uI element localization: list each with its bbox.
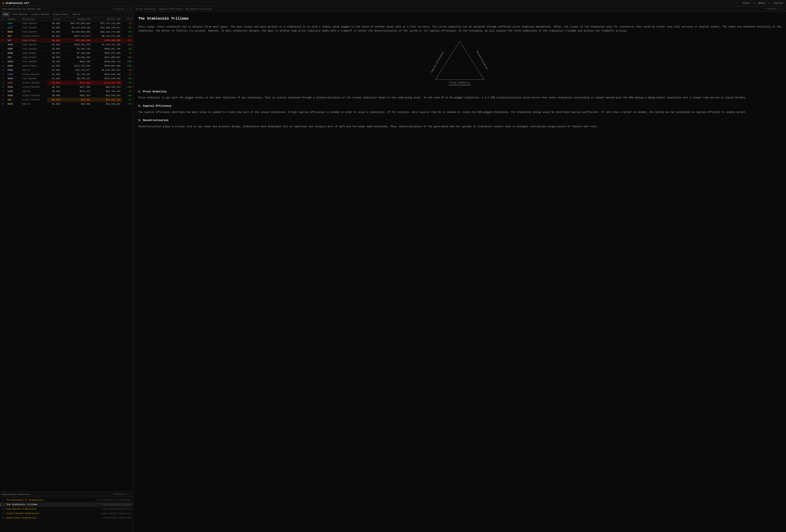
- svg-text:Capital Efficiency: Capital Efficiency: [430, 51, 444, 73]
- cell-price: $0.976: [47, 51, 62, 55]
- article-options-button[interactable]: ≡ Options: [765, 8, 777, 10]
- cell-mechanism: Fiat-backed: [20, 21, 47, 26]
- cell-symbol: OUSD: [6, 94, 20, 98]
- table-row[interactable]: 20 MUSD Hybrid $1.000 $65,558 $48,506,86…: [0, 102, 133, 106]
- cell-symbol: USDN: [6, 51, 20, 55]
- table-row[interactable]: 8 USDN Algorithmic $0.976 $7,639,928 $84…: [0, 51, 133, 55]
- edu-item-num: 2.: [2, 503, 5, 506]
- table-row[interactable]: 9 FEI Algorithmic $0.995 $3,066,048 $541…: [0, 55, 133, 59]
- cell-symbol: USDX: [6, 81, 20, 85]
- filter-fiat-backed[interactable]: Fiat-backed: [10, 13, 29, 16]
- cell-mechanism: Crypto-backed: [20, 34, 47, 39]
- edu-item-title: The Stablecoin Trillema: [6, 503, 37, 506]
- edu-item-num: 1.: [2, 499, 5, 501]
- cell-symbol: USDP: [6, 47, 20, 51]
- top-navigation: ◆ stablecoins.wtf Start ◆ About ◆ Twitte…: [0, 0, 786, 6]
- table-row[interactable]: 18 OUSD Crypto-backed $0.998 $362,467 $6…: [0, 94, 133, 98]
- cell-marketcap: $725,364,518: [92, 39, 122, 43]
- section1-title: 1. Price Stability: [138, 90, 781, 94]
- edu-fullscreen-icon[interactable]: ⤡: [130, 493, 131, 495]
- cell-volume: $952,335: [62, 59, 92, 64]
- edu-item-path: /fiat-backed-stablecoins: [102, 508, 131, 510]
- cell-marketcap: $946,051,706: [92, 47, 122, 51]
- col-price: Price: [47, 17, 62, 21]
- filter-hybrid[interactable]: Hybrid: [71, 13, 82, 16]
- cell-price: $0.999: [47, 21, 62, 26]
- cell-num: 15: [0, 81, 6, 85]
- cell-change: +5%: [122, 30, 133, 34]
- nav-about[interactable]: About: [758, 2, 765, 5]
- table-header-row: # Symbol Mechanism Price Volume 24h Mark…: [0, 17, 133, 21]
- section3-title: 3. Decentralization: [138, 118, 781, 123]
- logo-text: stablecoins.wtf: [5, 2, 29, 5]
- table-row[interactable]: 17 CUSD Hybrid $0.995 $443,973 $61,704,4…: [0, 89, 133, 94]
- cell-symbol: CUSD: [6, 89, 20, 94]
- edu-item-title: Crypto-backed Stablecoins: [6, 512, 40, 515]
- nav-twitter[interactable]: Twitter: [773, 2, 784, 5]
- table-expand-icon[interactable]: ⤢: [126, 8, 128, 10]
- edu-item-num: 5.: [2, 517, 5, 519]
- table-row[interactable]: 2 USDC Fiat-backed $1.000 $3,257,638,288…: [0, 26, 133, 30]
- trilemma-diagram: Capital Efficiency Decentralization Pric…: [138, 37, 781, 86]
- table-row[interactable]: 13 LUSD Crypto-backed $1.004 $1,745,522 …: [0, 72, 133, 76]
- cell-symbol: VAI: [6, 98, 20, 102]
- table-row[interactable]: 19 VAI Crypto-backed $0.956 $42,591 $23,…: [0, 98, 133, 102]
- cell-num: 11: [0, 64, 6, 68]
- edu-list-item[interactable]: 5. Algorithmic Stablecoins /algorithmic-…: [0, 516, 133, 520]
- edu-options-button[interactable]: ≡ Options: [112, 493, 124, 495]
- cell-volume: $3,066,048: [62, 55, 92, 59]
- cell-change: +1%: [122, 98, 133, 102]
- cell-marketcap: $323,649,845: [92, 76, 122, 81]
- table-options-button[interactable]: ≡ Options: [112, 8, 124, 10]
- cell-change: +39%: [122, 64, 133, 68]
- cell-volume: $213,932: [62, 81, 92, 85]
- cell-marketcap: $23,681,133: [92, 98, 122, 102]
- table-row[interactable]: 14 HUSD Fiat-backed $1.000 $9,570,521 $3…: [0, 76, 133, 81]
- table-row[interactable]: 6 TUSD Fiat-backed $1.001 $105,952,415 $…: [0, 43, 133, 47]
- cell-mechanism: Fiat-backed: [20, 30, 47, 34]
- edu-list-item[interactable]: 1. The Relevance of Stablecoins /the-rel…: [0, 498, 133, 502]
- site-logo[interactable]: ◆ stablecoins.wtf: [2, 1, 29, 5]
- table-fullscreen-icon[interactable]: ⤡: [130, 8, 131, 10]
- table-row[interactable]: 10 GUSD Fiat-backed $1.002 $952,335 $250…: [0, 59, 133, 64]
- article-expand-icon[interactable]: ⤢: [778, 8, 780, 10]
- edu-section-title: Educational Resources: [2, 493, 30, 495]
- cell-price: $1.000: [47, 76, 62, 81]
- table-row[interactable]: 11 USDD Algorithmic $1.002 $131,452,035 …: [0, 64, 133, 68]
- cell-mechanism: Hybrid: [20, 89, 47, 94]
- cell-mechanism: Hybrid: [20, 102, 47, 106]
- cell-num: 12: [0, 68, 6, 72]
- article-fullscreen-icon[interactable]: ⤡: [782, 8, 784, 10]
- cell-num: 13: [0, 72, 6, 76]
- filter-algorithmic[interactable]: Algorithmic: [51, 13, 70, 16]
- table-row[interactable]: 3 BUSD Fiat-backed $1.002 $5,569,838,058…: [0, 30, 133, 34]
- cell-mechanism: Crypto-backed: [20, 85, 47, 89]
- cell-num: 5: [0, 39, 6, 43]
- cell-mechanism: Crypto-backed: [20, 94, 47, 98]
- cell-change: +0%: [122, 55, 133, 59]
- table-row[interactable]: 5 UST Algorithmic $0.055 $73,993,146 $72…: [0, 39, 133, 43]
- table-row[interactable]: 15 USDX Crypto-backed $0.830 $213,932 $1…: [0, 81, 133, 85]
- edu-item-path: /algorithmic-stablecoins: [102, 517, 131, 519]
- table-row[interactable]: 4 DAI Crypto-backed $1.001 $257,172,077 …: [0, 34, 133, 39]
- table-row[interactable]: 1 USDT Fiat-backed $0.999 $40,751,864,82…: [0, 21, 133, 26]
- cell-mechanism: Fiat-backed: [20, 76, 47, 81]
- table-row[interactable]: 16 SUSD Crypto-backed $0.997 $347,985 $9…: [0, 85, 133, 89]
- cell-symbol: USDD: [6, 64, 20, 68]
- cell-mechanism: Fiat-backed: [20, 26, 47, 30]
- filter-crypto-backed[interactable]: Crypto-backed: [29, 13, 50, 16]
- nav-start[interactable]: Start: [743, 2, 750, 5]
- table-row[interactable]: 7 USDP Fiat-backed $1.002 $4,382,760 $94…: [0, 47, 133, 51]
- cell-marketcap: $61,704,446: [92, 89, 122, 94]
- cell-num: 14: [0, 76, 6, 81]
- logo-icon: ◆: [2, 1, 4, 5]
- filter-all[interactable]: All: [2, 13, 10, 16]
- edu-list-item[interactable]: 3. Fiat-backed Stablecoins /fiat-backed-…: [0, 507, 133, 511]
- cell-marketcap: $63,648,384: [92, 94, 122, 98]
- table-header: Top Stablecoins by Market Cap ≡ Options …: [0, 6, 133, 12]
- edu-list-item[interactable]: 2. The Stablecoin Trillema /the-stableco…: [0, 502, 133, 507]
- cell-symbol: MUSD: [6, 102, 20, 106]
- table-row[interactable]: 12 FRAX Hybrid $1.001 $22,745,677 $1,424…: [0, 68, 133, 72]
- edu-list-item[interactable]: 4. Crypto-backed Stablecoins /crypto-bac…: [0, 511, 133, 516]
- edu-expand-icon[interactable]: ⤢: [126, 493, 128, 495]
